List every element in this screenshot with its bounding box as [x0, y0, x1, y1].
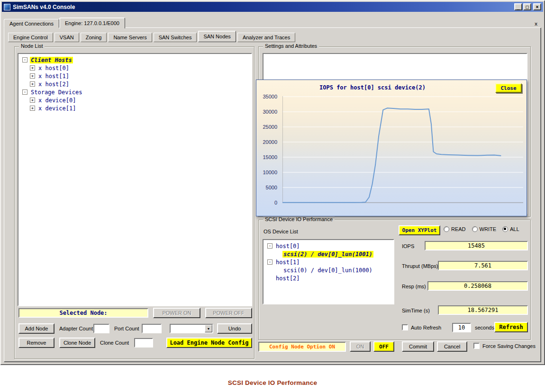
engine-tab-page: Engine ControlVSANZoningName ServersSAN …: [4, 27, 541, 362]
power-off-button[interactable]: POWER OFF: [205, 308, 252, 318]
iops-chart-panel: IOPS for host[0] scsi device(2) Close 05…: [256, 80, 527, 216]
adapter-count-input[interactable]: [93, 324, 109, 333]
os-device-tree: -host[0]scsi(2) / dev[0]_lun(1001)-host[…: [263, 239, 394, 304]
titlebar: SimSANs v4.0 Console _ □ ×: [2, 2, 543, 12]
thruput-label: Thruput (MBps): [402, 263, 438, 269]
clone-count-label: Clone Count: [100, 340, 129, 346]
node-list-row: -Client Hosts: [19, 56, 250, 64]
tab-name-servers[interactable]: Name Servers: [108, 33, 152, 42]
auto-refresh-checkbox[interactable]: [402, 324, 408, 330]
tree-expander-icon[interactable]: -: [267, 259, 272, 265]
tab-engine-control[interactable]: Engine Control: [8, 33, 53, 42]
node-list-item-x-host-1[interactable]: x host[1]: [37, 73, 70, 80]
footer-caption: SCSI Device IO Performance: [0, 379, 545, 386]
node-list-row: +x device[0]: [19, 96, 250, 104]
node-list-group-title: Node List: [19, 43, 45, 49]
commit-button[interactable]: Commit: [402, 341, 434, 352]
load-engine-node-config-button[interactable]: Load Engine Node Config: [166, 338, 252, 348]
node-list-row: +x host[1]: [19, 72, 250, 80]
tab-close-x[interactable]: x: [535, 21, 537, 27]
node-list-row: +x host[0]: [19, 64, 250, 72]
tree-expander-icon[interactable]: +: [30, 98, 35, 103]
tabstrip-level2: Engine ControlVSANZoningName ServersSAN …: [8, 31, 295, 42]
os-device-item-scsi-0-dev-0-lun-1000[interactable]: scsi(0) / dev[0]_lun(1000): [282, 267, 373, 274]
config-node-status: Config Node Option ON: [258, 342, 346, 352]
config-off-button[interactable]: OFF: [373, 341, 394, 352]
y-axis-tick-label: 35000: [263, 94, 277, 99]
tab-engine-127-0-0-1-e000[interactable]: Engine: 127.0.0.1/E000: [59, 18, 125, 28]
node-type-combobox[interactable]: [170, 324, 213, 333]
os-device-list-label: OS Device List: [263, 229, 298, 234]
tree-expander-icon[interactable]: +: [30, 73, 35, 79]
y-axis-tick-label: 5000: [266, 185, 277, 190]
tree-expander-icon[interactable]: +: [30, 106, 35, 111]
tree-expander-icon[interactable]: +: [30, 65, 35, 71]
node-list-item-x-host-2[interactable]: x host[2]: [37, 81, 70, 88]
power-on-button[interactable]: POWER ON: [153, 308, 200, 318]
refresh-interval-input[interactable]: [452, 323, 471, 332]
refresh-button[interactable]: Refresh: [494, 322, 528, 332]
force-saving-label: Force Saving Changes: [482, 343, 536, 349]
os-device-item-host-1[interactable]: host[1]: [275, 259, 301, 266]
y-axis-tick-label: 30000: [263, 109, 277, 115]
minimize-button[interactable]: _: [514, 3, 522, 10]
cancel-button[interactable]: Cancel: [437, 341, 467, 352]
tab-san-switches[interactable]: SAN Switches: [154, 33, 197, 42]
io-performance-group-title: SCSI Device IO Performance: [263, 216, 335, 222]
y-axis-tick-label: 10000: [263, 169, 277, 175]
resp-label: Resp (ms): [402, 284, 426, 289]
tree-expander-icon[interactable]: -: [267, 243, 272, 249]
os-device-row: host[2]: [264, 274, 392, 282]
os-device-item-host-2[interactable]: host[2]: [275, 275, 301, 282]
maximize-button[interactable]: □: [523, 3, 531, 10]
combobox-dropdown-icon[interactable]: [205, 325, 212, 332]
tab-analyzer-and-traces[interactable]: Analyzer and Traces: [237, 33, 295, 42]
tabstrip-level1: Agent ConnectionsEngine: 127.0.0.1/E000: [4, 17, 526, 28]
seconds-label: seconds: [475, 325, 494, 330]
node-list-row: -Storage Devices: [19, 88, 250, 96]
tab-agent-connections[interactable]: Agent Connections: [4, 19, 59, 28]
chart-close-button[interactable]: Close: [495, 83, 522, 93]
y-axis-tick-label: 20000: [263, 139, 277, 145]
simtime-value-field: 18.567291: [438, 305, 528, 315]
clone-node-button[interactable]: Clone Node: [59, 338, 95, 348]
tab-san-nodes[interactable]: SAN Nodes: [198, 31, 236, 42]
tree-expander-icon[interactable]: -: [22, 89, 27, 95]
port-count-label: Port Count: [114, 326, 139, 331]
tab-zoning[interactable]: Zoning: [81, 33, 107, 42]
radio-write[interactable]: WRITE: [472, 226, 496, 232]
radio-all[interactable]: ALL: [502, 226, 519, 232]
simtime-label: SimTime (s): [402, 308, 430, 313]
radio-write-icon: [472, 226, 478, 232]
tree-expander-icon[interactable]: -: [22, 57, 27, 62]
os-device-item-scsi-2-dev-0-lun-1001[interactable]: scsi(2) / dev[0]_lun(1001): [282, 251, 373, 258]
radio-read[interactable]: READ: [444, 226, 466, 232]
os-device-item-host-0[interactable]: host[0]: [275, 243, 301, 249]
auto-refresh-label: Auto Refresh: [411, 325, 441, 330]
tree-expander-icon[interactable]: +: [30, 81, 35, 87]
thruput-value-field: 7.561: [438, 261, 528, 270]
config-on-button[interactable]: ON: [350, 341, 371, 352]
y-axis-tick-label: 0: [274, 200, 277, 205]
node-list-item-client-hosts[interactable]: Client Hosts: [30, 57, 73, 63]
clone-count-input[interactable]: [134, 338, 153, 347]
y-axis-tick-label: 15000: [263, 154, 277, 160]
radio-read-icon: [444, 226, 449, 232]
radio-read-label: READ: [451, 226, 466, 232]
adapter-count-label: Adapter Count: [59, 326, 93, 331]
node-list-item-x-host-0[interactable]: x host[0]: [37, 65, 70, 71]
node-list-item-x-device-0[interactable]: x device[0]: [37, 97, 77, 104]
app-window: SimSANs v4.0 Console _ □ × Agent Connect…: [0, 0, 545, 365]
add-node-button[interactable]: Add Node: [18, 323, 54, 334]
force-saving-checkbox[interactable]: [473, 343, 480, 349]
remove-button[interactable]: Remove: [18, 338, 54, 348]
tab-vsan[interactable]: VSAN: [54, 33, 79, 42]
node-list-item-x-device-1[interactable]: x device[1]: [37, 105, 77, 112]
chart-title: IOPS for host[0] scsi device(2): [256, 84, 489, 91]
chart-y-axis: 05000100001500020000250003000035000: [256, 96, 280, 203]
close-button[interactable]: ×: [533, 3, 541, 10]
node-list-item-storage-devices[interactable]: Storage Devices: [30, 89, 83, 96]
port-count-input[interactable]: [142, 324, 162, 333]
undo-button[interactable]: Undo: [217, 323, 252, 334]
open-xyplot-button[interactable]: Open XYPlot: [399, 225, 440, 235]
